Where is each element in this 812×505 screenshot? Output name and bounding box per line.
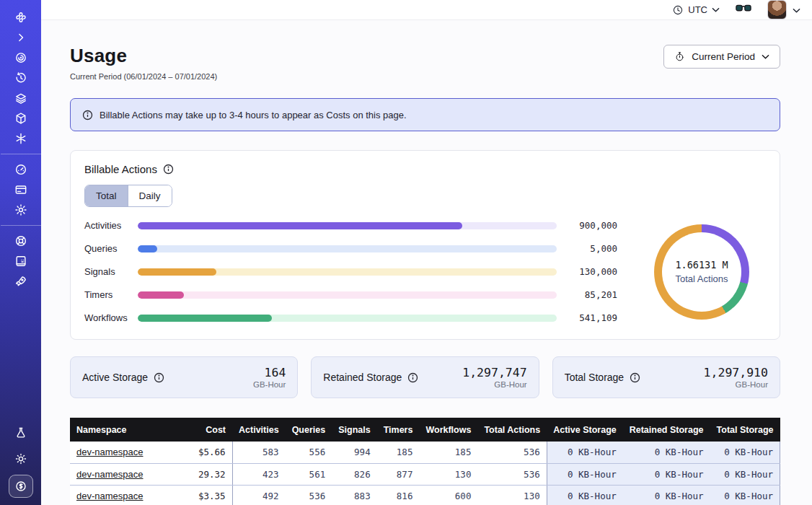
total-actions-label: Total Actions <box>676 273 728 284</box>
namespaces-spiral-icon[interactable] <box>9 48 33 68</box>
support-lifebuoy-icon[interactable] <box>9 231 33 251</box>
storage-summary-row: Active Storage 164 GB-Hour Retained Stor… <box>70 356 780 398</box>
queries-cell: 561 <box>286 463 332 485</box>
bar-track <box>138 268 557 276</box>
total-storage-unit: GB-Hour <box>704 380 768 389</box>
bar-track <box>138 315 557 322</box>
col-cost: Cost <box>191 418 232 442</box>
table-row: dev-namespace $5.66 583 556 994 185 185 … <box>70 442 780 463</box>
activities-cell: 492 <box>232 485 286 505</box>
usage-gauge-icon[interactable] <box>9 159 33 180</box>
activities-cell: 583 <box>232 442 286 463</box>
getting-started-rocket-icon[interactable] <box>9 271 33 291</box>
usage-cost-coin-icon[interactable] <box>9 475 33 498</box>
active-storage-label: Active Storage <box>82 372 148 383</box>
bar-track <box>138 222 557 229</box>
timezone-selector[interactable]: UTC <box>672 4 720 16</box>
period-dropdown-button[interactable]: Current Period <box>663 45 780 69</box>
bar-label: Signals <box>84 266 138 277</box>
page-title: Usage <box>70 45 217 67</box>
bar-row-signals: Signals130,000 <box>84 266 617 277</box>
retained-storage-card: Retained Storage 1,297,747 GB-Hour <box>311 356 539 398</box>
retained-storage-cell: 0 KB-Hour <box>623 485 710 505</box>
feedback-glasses-icon[interactable] <box>736 3 751 17</box>
total-storage-label: Total Storage <box>565 372 625 383</box>
info-circle-icon[interactable] <box>630 372 640 383</box>
expand-chevron-right-icon[interactable] <box>9 27 33 48</box>
timers-cell: 816 <box>377 485 420 505</box>
temporal-logo-icon[interactable] <box>9 7 33 27</box>
sidebar-bottom-group <box>9 423 33 498</box>
theme-sun-icon[interactable] <box>9 449 33 469</box>
workflows-cell: 130 <box>419 463 477 485</box>
asterisk-nexus-icon[interactable] <box>9 128 33 149</box>
bar-value: 85,201 <box>557 289 617 300</box>
col-activities: Activities <box>232 418 286 442</box>
cube-icon[interactable] <box>9 108 33 128</box>
table-row: dev-namespace $3.35 492 536 883 816 600 … <box>70 485 780 505</box>
user-avatar[interactable] <box>767 0 787 19</box>
col-signals: Signals <box>332 418 376 442</box>
retained-storage-unit: GB-Hour <box>462 380 526 389</box>
docs-book-icon[interactable] <box>9 251 33 271</box>
active-storage-unit: GB-Hour <box>253 380 286 389</box>
namespace-link[interactable]: dev-namespace <box>76 447 144 457</box>
col-namespace: Namespace <box>70 418 191 442</box>
info-circle-icon[interactable] <box>163 164 174 175</box>
total-storage-value: 1,297,910 <box>704 366 768 379</box>
donut-center: 1.66131 M Total Actions <box>662 232 741 312</box>
col-total-storage: Total Storage <box>710 418 780 442</box>
settings-gear-icon[interactable] <box>9 200 33 220</box>
total-storage-cell: 0 KB-Hour <box>710 463 780 485</box>
col-queries: Queries <box>286 418 332 442</box>
user-menu[interactable] <box>767 0 800 19</box>
bar-fill <box>138 222 462 229</box>
info-circle-icon[interactable] <box>407 372 418 383</box>
timezone-label: UTC <box>688 4 707 15</box>
bar-label: Queries <box>84 243 138 254</box>
bar-fill <box>138 291 184 299</box>
labs-flask-icon[interactable] <box>9 423 33 443</box>
bar-row-workflows: Workflows541,109 <box>84 312 617 323</box>
timers-cell: 185 <box>377 442 420 463</box>
banner-text: Billable Actions may take up to 3-4 hour… <box>100 110 407 120</box>
signals-cell: 826 <box>332 463 376 485</box>
chevron-down-icon <box>793 4 800 17</box>
active-storage-cell: 0 KB-Hour <box>547 485 623 505</box>
bar-row-timers: Timers85,201 <box>84 289 617 300</box>
tab-total[interactable]: Total <box>85 185 128 206</box>
signals-cell: 883 <box>332 485 376 505</box>
tab-daily[interactable]: Daily <box>128 185 172 206</box>
schedules-clock-icon[interactable] <box>9 68 33 88</box>
active-storage-cell: 0 KB-Hour <box>547 442 623 463</box>
namespace-link[interactable]: dev-namespace <box>76 469 144 480</box>
timers-cell: 877 <box>377 463 420 485</box>
bar-chart: Activities900,000Queries5,000Signals130,… <box>84 220 637 323</box>
sidebar-divider <box>1 225 41 226</box>
queries-cell: 536 <box>286 485 332 505</box>
namespace-usage-table: Namespace Cost Activities Queries Signal… <box>70 418 780 505</box>
billable-actions-card: Billable Actions Total Daily Activities9… <box>70 150 780 340</box>
total-actions-value: 1.66131 M <box>675 259 728 271</box>
billable-actions-info-banner: Billable Actions may take up to 3-4 hour… <box>70 98 780 131</box>
col-workflows: Workflows <box>419 418 477 442</box>
current-period-subtitle: Current Period (06/01/2024 – 07/01/2024) <box>70 72 217 81</box>
queries-cell: 556 <box>286 442 332 463</box>
workflows-cell: 185 <box>419 442 477 463</box>
active-storage-value: 164 <box>253 366 286 379</box>
total-storage-cell: 0 KB-Hour <box>710 485 780 505</box>
total-storage-cell: 0 KB-Hour <box>710 442 780 463</box>
bar-value: 130,000 <box>557 266 617 277</box>
active-storage-cell: 0 KB-Hour <box>547 463 623 485</box>
col-active-storage: Active Storage <box>547 418 623 442</box>
bar-row-queries: Queries5,000 <box>84 243 617 254</box>
layers-icon[interactable] <box>9 88 33 108</box>
billing-card-icon[interactable] <box>9 180 33 200</box>
info-circle-icon[interactable] <box>154 372 164 383</box>
sidebar <box>0 0 41 505</box>
namespace-link[interactable]: dev-namespace <box>76 491 144 501</box>
activities-cell: 423 <box>232 463 286 485</box>
table-row: dev-namespace 29.32 423 561 826 877 130 … <box>70 463 780 485</box>
bar-value: 900,000 <box>557 220 617 231</box>
chevron-down-icon <box>712 4 720 15</box>
